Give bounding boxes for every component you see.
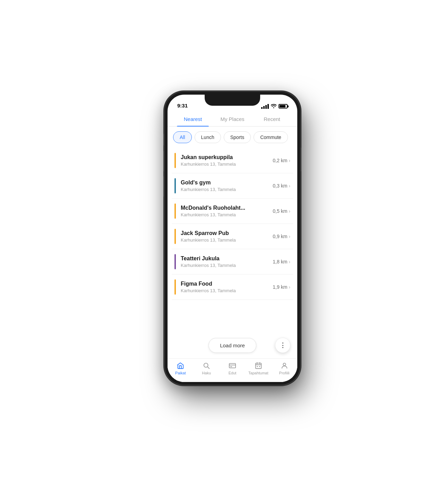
tab-bar: Nearest My Places Recent <box>168 111 297 127</box>
chevron-icon-2: › <box>289 208 290 214</box>
place-accent-5 <box>174 279 176 295</box>
chevron-icon-0: › <box>289 158 290 163</box>
place-distance-0: 0,2 km › <box>273 158 290 163</box>
place-accent-2 <box>174 203 176 219</box>
place-distance-5: 1,9 km › <box>273 284 290 290</box>
nav-paikat[interactable]: Paikat <box>168 362 194 375</box>
place-name-5: Figma Food <box>181 281 273 287</box>
place-info-5: Figma Food Karhunkierros 13, Tammela <box>181 281 273 293</box>
signal-icon <box>261 104 269 109</box>
place-address-1: Karhunkierros 13, Tammela <box>181 187 273 192</box>
place-info-0: Jukan superkuppila Karhunkierros 13, Tam… <box>181 154 273 167</box>
volume-down-button <box>163 176 165 197</box>
phone-screen: 9:31 <box>168 95 297 382</box>
tab-recent[interactable]: Recent <box>252 111 292 126</box>
chevron-icon-1: › <box>289 183 290 189</box>
place-info-2: McDonald's Ruoholaht... Karhunkierros 13… <box>181 205 273 217</box>
place-distance-1: 0,3 km › <box>273 183 290 189</box>
profile-icon <box>280 362 289 370</box>
phone-device: 9:31 <box>165 92 300 385</box>
power-button <box>300 147 301 172</box>
place-distance-2: 0,5 km › <box>273 208 290 214</box>
place-item-0[interactable]: Jukan superkuppila Karhunkierros 13, Tam… <box>172 148 293 173</box>
filter-all[interactable]: All <box>173 131 192 143</box>
svg-point-5 <box>283 363 285 365</box>
nav-profiili[interactable]: Profiili <box>271 362 297 375</box>
place-item-1[interactable]: Gold's gym Karhunkierros 13, Tammela 0,3… <box>172 173 293 199</box>
tab-nearest[interactable]: Nearest <box>173 111 213 126</box>
place-item-5[interactable]: Figma Food Karhunkierros 13, Tammela 1,9… <box>172 275 293 300</box>
place-address-4: Karhunkierros 13, Tammela <box>181 263 273 268</box>
chevron-icon-3: › <box>289 234 290 239</box>
nav-tapahtumat[interactable]: Tapahtumat <box>245 362 271 375</box>
place-name-1: Gold's gym <box>181 180 273 186</box>
chevron-icon-5: › <box>289 284 290 290</box>
status-icons <box>261 104 288 109</box>
place-item-4[interactable]: Teatteri Jukula Karhunkierros 13, Tammel… <box>172 249 293 275</box>
nav-label-edut: Edut <box>229 371 237 375</box>
filter-lunch[interactable]: Lunch <box>195 131 221 143</box>
battery-icon <box>279 104 288 108</box>
place-name-2: McDonald's Ruoholaht... <box>181 205 273 211</box>
place-address-3: Karhunkierros 13, Tammela <box>181 237 273 243</box>
home-icon <box>176 362 185 370</box>
card-icon <box>228 362 237 370</box>
filter-commute[interactable]: Commute <box>254 131 288 143</box>
search-icon <box>202 362 211 370</box>
nav-label-profiili: Profiili <box>279 371 290 375</box>
place-accent-1 <box>174 178 176 193</box>
place-address-5: Karhunkierros 13, Tammela <box>181 288 273 293</box>
app-content: Nearest My Places Recent All Lunch <box>168 111 297 382</box>
calendar-icon <box>254 362 263 370</box>
chevron-icon-4: › <box>289 259 290 264</box>
status-time: 9:31 <box>177 103 188 109</box>
nav-label-tapahtumat: Tapahtumat <box>248 371 268 375</box>
notch <box>205 95 260 106</box>
tab-myplaces[interactable]: My Places <box>213 111 252 126</box>
place-item-2[interactable]: McDonald's Ruoholaht... Karhunkierros 13… <box>172 199 293 224</box>
place-name-0: Jukan superkuppila <box>181 154 273 160</box>
place-info-4: Teatteri Jukula Karhunkierros 13, Tammel… <box>181 255 273 268</box>
place-address-0: Karhunkierros 13, Tammela <box>181 162 273 167</box>
nav-edut[interactable]: Edut <box>220 362 246 375</box>
place-accent-4 <box>174 254 176 269</box>
action-row: Load more ⋮ <box>168 332 297 358</box>
place-address-2: Karhunkierros 13, Tammela <box>181 212 273 217</box>
place-accent-3 <box>174 229 176 244</box>
place-name-4: Teatteri Jukula <box>181 255 273 262</box>
filter-chips: All Lunch Sports Commute <box>168 127 297 148</box>
more-options-fab[interactable]: ⋮ <box>275 338 290 353</box>
place-info-1: Gold's gym Karhunkierros 13, Tammela <box>181 180 273 192</box>
svg-rect-3 <box>257 366 258 367</box>
nav-label-paikat: Paikat <box>175 371 186 375</box>
place-accent-0 <box>174 153 176 168</box>
place-distance-3: 0,9 km › <box>273 234 290 239</box>
svg-rect-2 <box>256 363 262 368</box>
bottom-nav: Paikat Haku <box>168 358 297 382</box>
filter-sports[interactable]: Sports <box>224 131 251 143</box>
place-list: Jukan superkuppila Karhunkierros 13, Tam… <box>168 148 297 332</box>
volume-up-button <box>163 151 165 172</box>
svg-rect-4 <box>259 366 260 367</box>
load-more-button[interactable]: Load more <box>208 338 256 353</box>
place-distance-4: 1,8 km › <box>273 259 290 264</box>
place-info-3: Jack Sparrow Pub Karhunkierros 13, Tamme… <box>181 230 273 243</box>
place-item-3[interactable]: Jack Sparrow Pub Karhunkierros 13, Tamme… <box>172 224 293 249</box>
nav-haku[interactable]: Haku <box>194 362 220 375</box>
silent-button <box>163 133 165 146</box>
wifi-icon <box>271 104 276 109</box>
place-name-3: Jack Sparrow Pub <box>181 230 273 236</box>
scene: 9:31 <box>0 0 444 504</box>
nav-label-haku: Haku <box>202 371 211 375</box>
svg-rect-1 <box>229 363 236 368</box>
